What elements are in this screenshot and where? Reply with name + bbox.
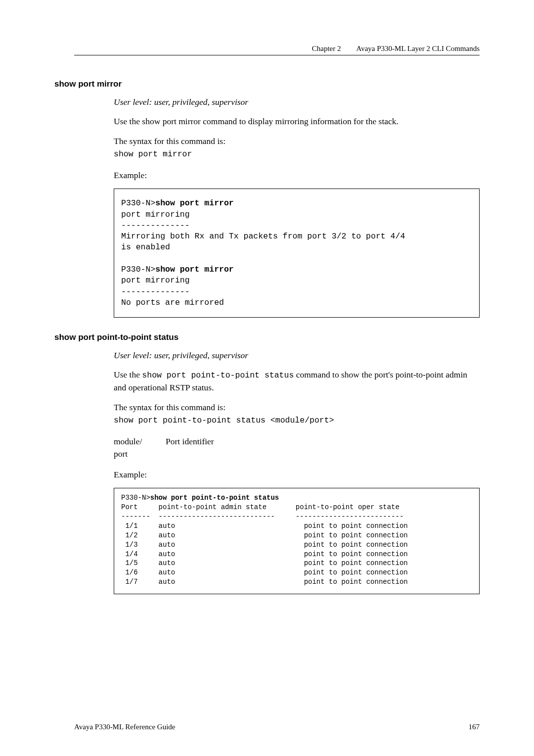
code-line: Mirroring both Rx and Tx packets from po… [121,232,405,241]
table-prompt: P330-N> [121,494,150,502]
table-dash-line: ------- ---------------------------- ---… [121,513,403,520]
desc-code: show port point-to-point status [142,371,294,380]
section2-body: User level: user, privileged, supervisor… [114,349,480,594]
code-line: No ports are mirrored [121,298,224,307]
code-line: P330-N> [121,265,155,274]
section1-example-label: Example: [114,169,480,182]
section2-syntax-label: The syntax for this command is: [114,401,480,414]
definition-row: module/ port Port identifier [114,435,480,461]
code-line: is enabled [121,242,170,252]
chapter-header: Chapter 2 Avaya P330-ML Layer 2 CLI Comm… [74,45,480,55]
section1-syntax-label: The syntax for this command is: [114,135,480,147]
code-line: port mirroring [121,210,190,219]
code-line: -------------- [121,287,190,296]
def-term: module/ port [114,435,166,461]
code-line: port mirroring [121,276,190,285]
table-title: show port point-to-point status [150,494,279,502]
section2-desc: Use the show port point-to-point status … [114,369,480,394]
footer-right: 167 [469,723,480,731]
chapter-number: Chapter 2 [312,45,341,52]
section1-body: User level: user, privileged, supervisor… [114,96,480,318]
desc-pre: Use the [114,370,142,379]
table-body: 1/1 auto point to point connection 1/2 a… [121,522,408,586]
section2-syntax-code: show port point-to-point status <module/… [114,415,480,426]
code-line-bold: show port mirror [155,198,233,208]
section2-table: P330-N>show port point-to-point status P… [114,488,480,594]
section1-codebox: P330-N>show port mirror port mirroring -… [114,189,480,318]
code-line: P330-N> [121,198,155,208]
code-line: -------------- [121,221,190,230]
section1-syntax-code: show port mirror [114,148,480,160]
chapter-title: Avaya P330-ML Layer 2 CLI Commands [356,45,480,52]
def-term-line1: module/ [114,435,166,448]
def-term-line2: port [114,448,166,460]
page-footer: Avaya P330-ML Reference Guide 167 [74,723,480,731]
section1-desc: Use the show port mirror command to disp… [114,115,480,128]
table-header-line: Port point-to-point admin state point-to… [121,503,400,511]
def-desc: Port identifier [166,435,480,461]
section1-userlevel: User level: user, privileged, supervisor [114,96,480,108]
code-line-bold: show port mirror [155,265,233,274]
section2-userlevel: User level: user, privileged, supervisor [114,349,480,362]
section2-heading: show port point-to-point status [54,332,480,342]
section2-example-label: Example: [114,469,480,481]
section1-heading: show port mirror [54,79,480,89]
footer-left: Avaya P330-ML Reference Guide [74,723,176,731]
